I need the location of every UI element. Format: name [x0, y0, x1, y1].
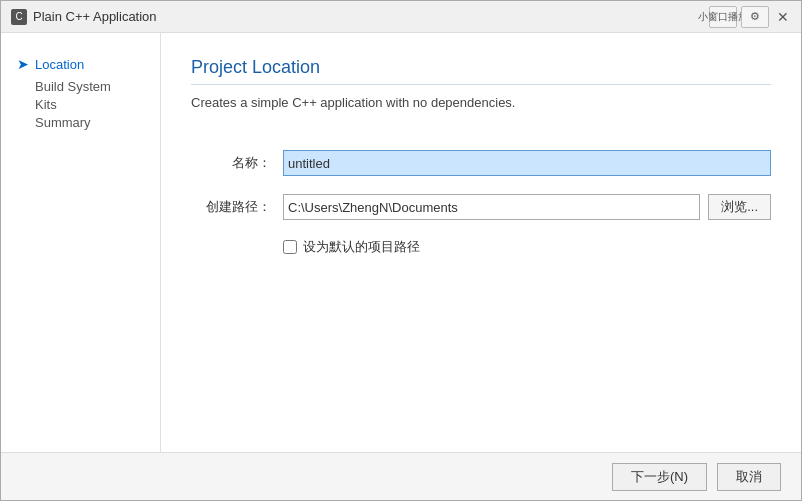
sidebar-item-kits[interactable]: Kits	[13, 97, 148, 112]
section-title: Project Location	[191, 57, 771, 85]
name-row: 名称：	[191, 150, 771, 176]
form-area: 名称： 创建路径： 浏览... 设为默认的项目路径	[191, 150, 771, 256]
active-arrow-icon: ➤	[17, 56, 29, 72]
bottom-bar: 下一步(N) 取消	[1, 452, 801, 500]
path-input[interactable]	[283, 194, 700, 220]
sidebar-summary-label: Summary	[35, 115, 91, 130]
default-path-checkbox[interactable]	[283, 240, 297, 254]
sidebar: ➤ Location Build System Kits Summary	[1, 33, 161, 452]
sidebar-build-system-label: Build System	[35, 79, 111, 94]
titlebar-left: C Plain C++ Application	[11, 9, 157, 25]
mini-player-button[interactable]: 小窗口播放	[709, 6, 737, 28]
settings-button[interactable]: ⚙	[741, 6, 769, 28]
path-label: 创建路径：	[191, 198, 271, 216]
content-area: Project Location Creates a simple C++ ap…	[161, 33, 801, 452]
close-icon: ✕	[777, 9, 789, 25]
next-button[interactable]: 下一步(N)	[612, 463, 707, 491]
close-button[interactable]: ✕	[773, 7, 793, 27]
sidebar-location-label: Location	[35, 57, 84, 72]
sidebar-item-summary[interactable]: Summary	[13, 115, 148, 130]
section-description: Creates a simple C++ application with no…	[191, 95, 771, 110]
name-input[interactable]	[283, 150, 771, 176]
sidebar-kits-label: Kits	[35, 97, 57, 112]
settings-icon: ⚙	[750, 10, 760, 23]
main-window: C Plain C++ Application 小窗口播放 ⚙ ✕ ➤ Loca…	[0, 0, 802, 501]
path-row: 创建路径： 浏览...	[191, 194, 771, 220]
app-icon: C	[11, 9, 27, 25]
main-area: ➤ Location Build System Kits Summary Pro…	[1, 33, 801, 452]
cancel-button[interactable]: 取消	[717, 463, 781, 491]
browse-button[interactable]: 浏览...	[708, 194, 771, 220]
window-title: Plain C++ Application	[33, 9, 157, 24]
default-path-label: 设为默认的项目路径	[303, 238, 420, 256]
name-label: 名称：	[191, 154, 271, 172]
default-path-row: 设为默认的项目路径	[191, 238, 771, 256]
titlebar: C Plain C++ Application 小窗口播放 ⚙ ✕	[1, 1, 801, 33]
sidebar-item-location[interactable]: ➤ Location	[13, 53, 148, 75]
sidebar-item-build-system[interactable]: Build System	[13, 79, 148, 94]
titlebar-controls: 小窗口播放 ⚙ ✕	[709, 6, 793, 28]
